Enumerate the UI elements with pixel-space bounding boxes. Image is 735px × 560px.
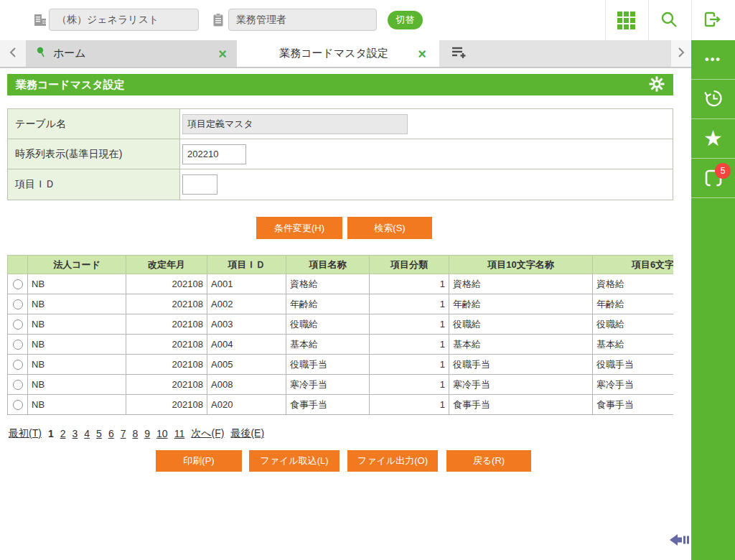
table-name-input[interactable]	[182, 114, 408, 134]
cell-name: 年齢給	[286, 294, 370, 314]
select-column-header	[8, 256, 28, 274]
cell-class: 1	[370, 314, 449, 335]
cell-corp: NB	[28, 335, 126, 355]
cell-corp: NB	[28, 375, 126, 395]
row-radio[interactable]	[13, 360, 23, 370]
cell-id: A008	[207, 375, 286, 395]
row-radio[interactable]	[13, 380, 23, 390]
page-title: 業務コードマスタ設定	[16, 78, 647, 92]
cell-name6: 役職手当	[593, 355, 674, 375]
cell-name6: 役職給	[593, 314, 674, 335]
ellipsis-icon: •••	[705, 53, 721, 66]
base-date-input[interactable]	[182, 144, 246, 164]
topbar-divider	[691, 0, 692, 40]
cell-class: 1	[370, 375, 449, 395]
settings-gear-button[interactable]	[647, 75, 666, 94]
logout-button[interactable]	[699, 7, 725, 33]
cell-class: 1	[370, 355, 449, 375]
cell-class: 1	[370, 335, 449, 355]
switch-button[interactable]: 切替	[388, 11, 423, 29]
main-content: 業務コードマスタ設定 テーブル名 時系列表示(基準日現在)	[0, 68, 691, 560]
table-row: NB 202108 A002 年齢給 1 年齢給 年齢給	[8, 294, 674, 314]
page-link[interactable]: 8	[132, 428, 138, 439]
table-row: NB 202108 A001 資格給 1 資格給 資格給	[8, 274, 674, 294]
notifications-button[interactable]: 5	[691, 159, 735, 198]
company-input[interactable]	[49, 9, 199, 31]
cell-name: 基本給	[286, 335, 370, 355]
history-button[interactable]	[691, 80, 735, 119]
chevron-left-icon	[9, 47, 17, 60]
page-link[interactable]: 6	[108, 428, 114, 439]
tab-gyomu-code-master[interactable]: 業務コードマスタ設定 ×	[237, 40, 439, 67]
cell-name10: 寒冷手当	[449, 375, 593, 395]
tab-home-label: ホーム	[53, 47, 218, 60]
company-building-icon	[33, 13, 47, 30]
cell-name: 寒冷手当	[286, 375, 370, 395]
page-link[interactable]: 3	[72, 428, 78, 439]
cell-name: 役職給	[286, 314, 370, 335]
history-icon	[703, 88, 724, 111]
tab-active-close-icon[interactable]: ×	[418, 47, 426, 61]
tab-home[interactable]: ホーム ×	[26, 40, 237, 67]
page-link[interactable]: 7	[121, 428, 126, 439]
row-radio[interactable]	[13, 319, 23, 330]
table-header-row: 法人コード 改定年月 項目ＩＤ 項目名称 項目分類 項目10文字名称 項目6文字…	[8, 256, 674, 274]
add-tab-button[interactable]	[442, 40, 477, 67]
pin-icon	[36, 47, 46, 61]
print-button[interactable]: 印刷(P)	[156, 450, 242, 472]
search-condition-form: テーブル名 時系列表示(基準日現在) 項目ＩＤ	[7, 108, 673, 200]
cell-id: A002	[207, 294, 286, 314]
cell-name6: 資格給	[593, 274, 674, 294]
cell-name10: 基本給	[449, 335, 593, 355]
cell-name10: 役職給	[449, 314, 593, 335]
pagination: 最初(T) 1 2 3 4 5 6 7 8 9 10 11 次へ(F) 最後(E…	[9, 427, 264, 440]
row-radio[interactable]	[13, 299, 23, 309]
favorites-button[interactable]: ★	[691, 119, 735, 159]
cell-id: A003	[207, 314, 286, 335]
row-radio[interactable]	[13, 279, 23, 289]
page-link[interactable]: 5	[96, 428, 102, 439]
item-id-input[interactable]	[182, 174, 217, 195]
back-button[interactable]: 戻る(R)	[446, 450, 531, 472]
cell-name6: 年齢給	[593, 294, 674, 314]
cell-name: 役職手当	[286, 355, 370, 375]
page-first-link[interactable]: 最初(T)	[9, 427, 42, 440]
cell-name10: 役職手当	[449, 355, 593, 375]
cell-name10: 年齢給	[449, 294, 593, 314]
page-current: 1	[48, 428, 54, 439]
file-export-button[interactable]: ファイル出力(O)	[347, 450, 438, 472]
row-radio[interactable]	[13, 400, 23, 410]
apps-grid-icon	[617, 11, 635, 29]
topbar: 切替	[0, 0, 735, 40]
file-import-button[interactable]: ファイル取込(L)	[249, 450, 340, 472]
tab-active-label: 業務コードマスタ設定	[250, 47, 418, 60]
page-link[interactable]: 10	[156, 428, 168, 439]
add-tab-icon	[451, 45, 467, 62]
page-link[interactable]: 4	[84, 428, 90, 439]
page-next-link[interactable]: 次へ(F)	[191, 427, 224, 440]
tab-scroll-right-button[interactable]	[671, 40, 691, 67]
apps-menu-button[interactable]	[613, 7, 639, 33]
row-radio[interactable]	[13, 340, 23, 350]
search-submit-button[interactable]: 検索(S)	[347, 217, 432, 239]
page-link[interactable]: 11	[174, 428, 185, 439]
more-options-button[interactable]: •••	[691, 40, 735, 80]
tab-home-close-icon[interactable]: ×	[218, 47, 227, 61]
collapse-panel-arrow-icon[interactable]	[670, 533, 691, 546]
page-header: 業務コードマスタ設定	[7, 74, 673, 95]
cell-ym: 202108	[126, 335, 207, 355]
cell-ym: 202108	[126, 395, 207, 415]
cell-id: A001	[207, 274, 286, 294]
col-item-name: 項目名称	[286, 256, 370, 274]
page-last-link[interactable]: 最後(E)	[230, 427, 264, 440]
tab-scroll-left-button[interactable]	[0, 40, 26, 67]
star-icon: ★	[703, 128, 723, 149]
page-link[interactable]: 2	[60, 428, 66, 439]
role-input[interactable]	[228, 9, 377, 31]
page-link[interactable]: 9	[144, 428, 150, 439]
change-condition-button[interactable]: 条件変更(H)	[256, 217, 342, 239]
table-name-label: テーブル名	[8, 109, 180, 139]
search-button[interactable]	[656, 7, 682, 33]
table-row: NB 202108 A003 役職給 1 役職給 役職給	[8, 314, 674, 335]
cell-id: A004	[207, 335, 286, 355]
